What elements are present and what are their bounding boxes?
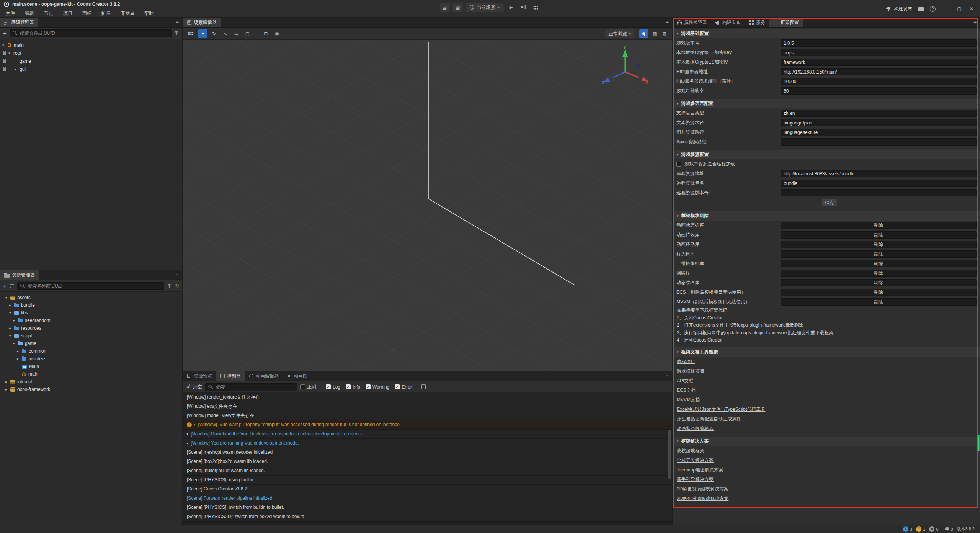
scene-viewport[interactable]: Y X Z [183,40,672,371]
expand-arrow-icon[interactable] [2,43,7,47]
tree-node[interactable]: script [0,332,182,340]
expand-arrow-icon[interactable] [17,349,22,353]
text-field[interactable] [781,189,977,196]
scrollbar-thumb[interactable] [977,435,980,451]
text-field[interactable] [781,39,977,47]
expand-arrow-icon[interactable] [17,357,22,361]
dimension-toggle[interactable]: 3D [188,31,193,36]
remove-module-button[interactable]: 剔除 [781,250,977,258]
tab-scene-editor[interactable]: 场景编辑器 [183,18,221,27]
inspector-tab[interactable]: 构建发布 [711,18,745,27]
filter-icon[interactable] [167,284,172,288]
tree-node[interactable]: game [0,340,182,347]
rotate-tool-button[interactable]: ↻ [209,29,219,38]
regex-checkbox[interactable] [300,384,305,389]
console-tab[interactable]: 动画图 [283,371,312,381]
expand-arrow-icon[interactable] [5,296,10,299]
remove-module-button[interactable]: 剔除 [781,289,977,296]
play-button[interactable]: ▶ [506,3,516,12]
console-tab[interactable]: 资源预览 [183,371,216,381]
text-field[interactable] [781,78,977,85]
expand-caret-icon[interactable]: ▸ [187,439,189,448]
text-field[interactable] [781,119,977,126]
error-count[interactable]: ✕ 0 [929,526,938,532]
solution-link[interactable]: Tiledmap地图解决方案 [677,467,723,473]
log-row[interactable]: ! ▸ [Window] render_texture文件夹存在 [183,393,672,402]
transform-tool-button[interactable]: ▢ [243,29,252,38]
menu-item[interactable]: 节点 [39,9,58,18]
inspector-tab[interactable]: 框架配置 [769,18,803,27]
preview-target-button[interactable]: ▤ [440,3,450,12]
log-filter[interactable]: Info [346,384,360,390]
remove-module-button[interactable]: 剔除 [781,241,977,248]
inspector-tab[interactable]: 属性检查器 [673,18,711,27]
warning-count[interactable]: ! 1 [916,526,925,532]
info-count[interactable]: i 3 [903,526,912,532]
text-field[interactable] [781,68,977,75]
regex-toggle[interactable]: 正则 [300,384,316,390]
expand-caret-icon[interactable]: ▸ [187,430,189,438]
menu-item[interactable]: 面板 [77,9,96,18]
preview-mode-button[interactable]: ▦ [453,3,463,12]
expand-arrow-icon[interactable] [15,67,20,71]
refresh-icon[interactable]: ↻ [175,283,179,288]
text-field[interactable] [781,87,977,95]
help-icon[interactable]: ? [930,6,936,12]
create-asset-button[interactable]: + [3,283,7,289]
log-row[interactable]: ! ▸ [Scene] Forward render pipeline init… [183,494,672,503]
text-field[interactable] [781,49,977,56]
tree-node[interactable]: assets [0,294,182,301]
multi-window-button[interactable] [531,3,540,12]
remove-module-button[interactable]: 剔除 [781,260,977,267]
menu-item[interactable]: 帮助 [139,9,158,18]
build-publish-button[interactable]: 构建发布 [886,6,912,12]
move-tool-button[interactable]: + [198,29,207,38]
menu-item[interactable]: 文件 [1,9,20,18]
section-resource-config[interactable]: ▾ 游戏资源配置 [673,150,980,159]
text-field[interactable] [781,180,977,187]
menu-item[interactable]: 项目 [58,9,77,18]
text-field[interactable] [781,59,977,66]
notification-count[interactable]: 0 [945,527,953,531]
expand-arrow-icon[interactable] [9,311,14,315]
clear-console-button[interactable]: 清空 [186,384,202,390]
assets-search-input[interactable] [27,283,162,289]
expand-arrow-icon[interactable] [9,303,14,307]
log-row[interactable]: ! ▸ [Scene] [PHYSICS]: switch from built… [183,503,672,512]
scene-settings-button[interactable]: ⚙ [660,29,669,38]
filter-icon[interactable] [175,31,179,36]
expand-arrow-icon[interactable] [9,334,14,338]
log-row[interactable]: ! ▸ [Scene] meshopt wasm decoder initial… [183,448,672,457]
save-button[interactable]: 保存 [822,199,838,206]
tree-node[interactable]: game [0,57,182,65]
log-file-icon[interactable] [421,384,426,389]
expand-caret-icon[interactable]: ▸ [194,420,196,429]
log-row[interactable]: ! ▸ [Window] Download the Vue Devtools e… [183,430,672,439]
console-search-input[interactable] [215,384,294,390]
text-field[interactable] [781,170,977,177]
menu-item[interactable]: 扩展 [96,9,116,18]
expand-arrow-icon[interactable] [8,51,13,55]
hierarchy-search-input[interactable] [20,31,169,36]
create-node-button[interactable]: + [3,30,7,36]
rect-tool-button[interactable]: ▭ [232,29,241,38]
doc-link[interactable]: MVVM文档 [677,397,700,403]
lighting-toggle-button[interactable] [639,29,648,38]
view-grid-button[interactable]: ▦ [650,29,659,38]
log-filter[interactable]: Warning [366,384,389,390]
remove-module-button[interactable]: 剔除 [781,270,977,277]
pivot-toggle-button[interactable]: ⊞ [261,29,270,38]
solution-link[interactable]: 3D角色扮演游戏解决方案 [677,495,728,502]
section-doc-links[interactable]: ▾ 框架文档工具链接 [673,347,980,357]
project-folder-icon[interactable] [918,7,924,11]
doc-link[interactable]: 原生包热更新配置自动生成插件 [677,416,741,422]
filter-checkbox[interactable] [346,384,351,389]
doc-link[interactable]: ECS文档 [677,387,696,394]
log-row[interactable]: ! ▸ [Window] You are running Vue in deve… [183,439,672,448]
solution-link[interactable]: 2D角色扮演游戏解决方案 [677,486,728,492]
panel-menu-icon[interactable]: ≡ [973,19,977,25]
scene-selector-dropdown[interactable]: 当前场景 ▾ [466,3,504,12]
view-mode-dropdown[interactable]: 正常浏览 ▾ [605,29,634,38]
doc-link[interactable]: Excel格式转Json文件与TypeScript代码工具 [677,406,765,413]
menu-item[interactable]: 开发者 [116,9,139,18]
